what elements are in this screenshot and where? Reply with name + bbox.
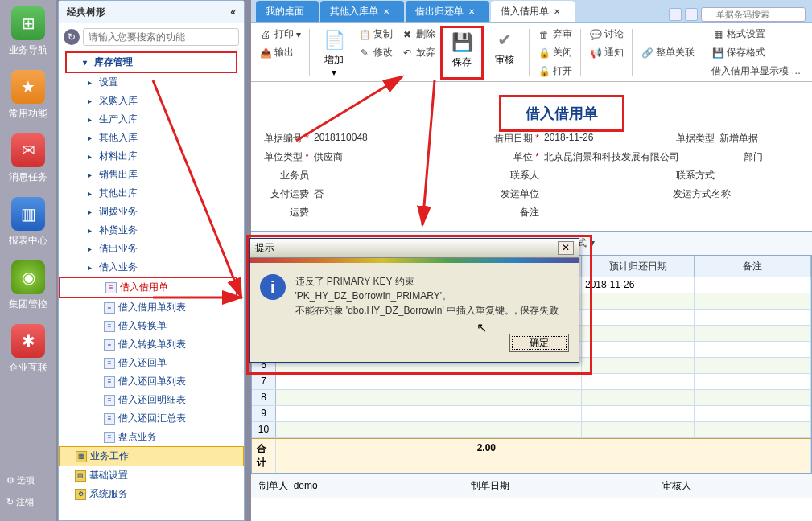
tree-item-借入业务[interactable]: ▸借入业务 <box>59 258 244 277</box>
val-date[interactable]: 2018-11-26 <box>544 132 593 146</box>
lbl-sendunit: 发运单位 <box>489 187 539 201</box>
nav-label: 业务导航 <box>9 43 47 57</box>
lbl-sendway: 发运方式名称 <box>665 187 731 201</box>
modify-button[interactable]: ✎修改 <box>355 44 396 61</box>
tree-item-材料出库[interactable]: ▸材料出库 <box>59 147 244 166</box>
open-button[interactable]: 🔓打开 <box>534 63 575 80</box>
tree-item-盘点业务[interactable]: ≡盘点业务 <box>59 428 244 446</box>
tree-item-其他出库[interactable]: ▸其他出库 <box>59 184 244 203</box>
nav-label: 企业互联 <box>9 361 47 375</box>
toolbar: 🖨打印 ▾ 📤输出 📄增加 ▾ 📋复制 ✎修改 ✖删除 ↶放弃 💾保存 ✔审核 … <box>251 23 812 82</box>
lbl-contact: 联系人 <box>489 169 539 183</box>
info-icon: i <box>260 274 286 300</box>
page-title: 借入借用单 <box>499 95 624 132</box>
format-button[interactable]: ▦格式设置 <box>708 26 804 43</box>
val-pay[interactable]: 否 <box>314 187 324 201</box>
nav-label: 报表中心 <box>9 234 47 248</box>
lbl-remark: 备注 <box>489 206 539 219</box>
tree-foot-基础设置[interactable]: ▤基础设置 <box>59 466 244 485</box>
tree-item-借入还回单[interactable]: ≡借入还回单 <box>59 354 244 372</box>
tab-close-icon[interactable]: ✕ <box>554 7 560 16</box>
add-button[interactable]: 📄增加 ▾ <box>315 26 353 80</box>
dialog-line2: 不能在对象 'dbo.HY_DZ_BorrowIn' 中插入重复键。, 保存失败 <box>295 303 569 318</box>
tree-item-补货业务[interactable]: ▸补货业务 <box>59 221 244 240</box>
nav-foot-注销[interactable]: ↻ 注销 <box>0 491 56 513</box>
foot-total: 2.00 <box>276 439 501 473</box>
relate-button[interactable]: 🔗整单关联 <box>637 26 698 80</box>
tree-item-设置[interactable]: ▸设置 <box>59 73 244 92</box>
tree-item-其他入库[interactable]: ▸其他入库 <box>59 129 244 147</box>
tree-item-借出业务[interactable]: ▸借出业务 <box>59 240 244 258</box>
delete-button[interactable]: ✖删除 <box>398 26 439 43</box>
tab-bar: 我的桌面其他入库单✕借出归还单✕借入借用单✕ <box>251 0 812 23</box>
lbl-unittype: 单位类型 <box>259 150 309 164</box>
tab-我的桌面[interactable]: 我的桌面 <box>256 1 319 22</box>
nav-label: 消息任务 <box>9 170 47 184</box>
nav-icon: ▥ <box>11 197 45 231</box>
tree-root[interactable]: ▾库存管理 <box>65 51 237 73</box>
save-button[interactable]: 💾保存 <box>440 26 484 80</box>
nav-icon: ⊞ <box>11 6 45 40</box>
table-row[interactable]: 10 <box>252 422 811 438</box>
tab-借出归还单[interactable]: 借出归还单✕ <box>406 1 489 22</box>
tree-item-借入还回单列表[interactable]: ≡借入还回单列表 <box>59 372 244 391</box>
lbl-makedate: 制单日期 <box>471 480 509 491</box>
discuss-button[interactable]: 💬讨论 <box>586 26 627 43</box>
tree-item-借入借用单列表[interactable]: ≡借入借用单列表 <box>59 298 244 317</box>
dialog-ok-button[interactable]: 确定 <box>509 334 569 352</box>
nav-集团管控[interactable]: ◉ 集团管控 <box>0 254 56 318</box>
val-unit[interactable]: 北京昆润景和科技发展有限公司 <box>544 150 679 164</box>
table-row[interactable]: 7 <box>252 374 811 390</box>
tab-scroll-left[interactable] <box>669 8 682 21</box>
tab-借入借用单[interactable]: 借入借用单✕ <box>491 1 575 22</box>
tab-其他入库单[interactable]: 其他入库单✕ <box>320 1 404 22</box>
copy-button[interactable]: 📋复制 <box>355 26 396 43</box>
tree-item-采购入库[interactable]: ▸采购入库 <box>59 92 244 110</box>
nav-常用功能[interactable]: ★ 常用功能 <box>0 64 56 127</box>
tree-item-借入转换单列表[interactable]: ≡借入转换单列表 <box>59 335 244 354</box>
abandon-button[interactable]: ↶放弃 <box>398 44 439 61</box>
tree-item-销售出库[interactable]: ▸销售出库 <box>59 166 244 184</box>
tab-scroll-right[interactable] <box>685 8 698 21</box>
save-format-button[interactable]: 💾保存格式 <box>708 44 804 61</box>
nav-foot-选项[interactable]: ⚙ 选项 <box>0 470 56 491</box>
tree-item-借入借用单[interactable]: ≡借入借用单 <box>59 277 237 298</box>
notify-button[interactable]: 📢通知 <box>586 44 627 61</box>
nav-业务导航[interactable]: ⊞ 业务导航 <box>0 0 56 64</box>
tree-item-借入还回明细表[interactable]: ≡借入还回明细表 <box>59 391 244 409</box>
audit-button[interactable]: ✔审核 <box>485 26 524 80</box>
dialog-close-icon[interactable]: ✕ <box>558 241 574 255</box>
val-billno[interactable]: 2018110048 <box>314 132 368 146</box>
tree-item-生产入库[interactable]: ▸生产入库 <box>59 110 244 129</box>
close-button[interactable]: 🔒关闭 <box>534 44 575 61</box>
print-button[interactable]: 🖨打印 ▾ <box>256 26 304 43</box>
tab-barcode-search[interactable] <box>701 7 806 22</box>
tab-close-icon[interactable]: ✕ <box>468 7 475 16</box>
lbl-pay: 支付运费 <box>259 187 309 201</box>
tree-search-input[interactable] <box>83 28 239 46</box>
tree-foot-系统服务[interactable]: ⚙系统服务 <box>59 485 244 503</box>
table-row[interactable]: 8 <box>252 390 811 406</box>
foot-label: 合计 <box>252 439 276 473</box>
lbl-staff: 业务员 <box>259 169 309 183</box>
col-remark[interactable]: 备注 <box>695 256 811 277</box>
col-return-date[interactable]: 预计归还日期 <box>582 256 695 277</box>
error-dialog: 提示 ✕ i 违反了 PRIMARY KEY 约束 'PK_HY_DZ_Borr… <box>249 238 579 363</box>
template-button[interactable]: 借入借用单显示模 … <box>708 63 804 80</box>
nav-icon: ✉ <box>11 133 45 167</box>
tree-item-借入转换单[interactable]: ≡借入转换单 <box>59 317 244 335</box>
nav-消息任务[interactable]: ✉ 消息任务 <box>0 127 56 191</box>
table-row[interactable]: 9 <box>252 406 811 422</box>
tab-close-icon[interactable]: ✕ <box>383 7 390 16</box>
tree-item-借入还回汇总表[interactable]: ≡借入还回汇总表 <box>59 409 244 428</box>
lbl-tel: 联系方式 <box>665 169 715 183</box>
nav-报表中心[interactable]: ▥ 报表中心 <box>0 191 56 254</box>
output-button[interactable]: 📤输出 <box>256 44 304 61</box>
nav-企业互联[interactable]: ✱ 企业互联 <box>0 318 56 381</box>
tree-refresh-icon[interactable]: ↻ <box>64 29 80 45</box>
tree-collapse-icon[interactable]: « <box>230 1 236 23</box>
giveup-button[interactable]: 🗑弃审 <box>534 26 575 43</box>
tree-item-调拨业务[interactable]: ▸调拨业务 <box>59 203 244 221</box>
tree-foot-业务工作[interactable]: ▦业务工作 <box>59 446 244 466</box>
val-unittype[interactable]: 供应商 <box>314 150 343 164</box>
